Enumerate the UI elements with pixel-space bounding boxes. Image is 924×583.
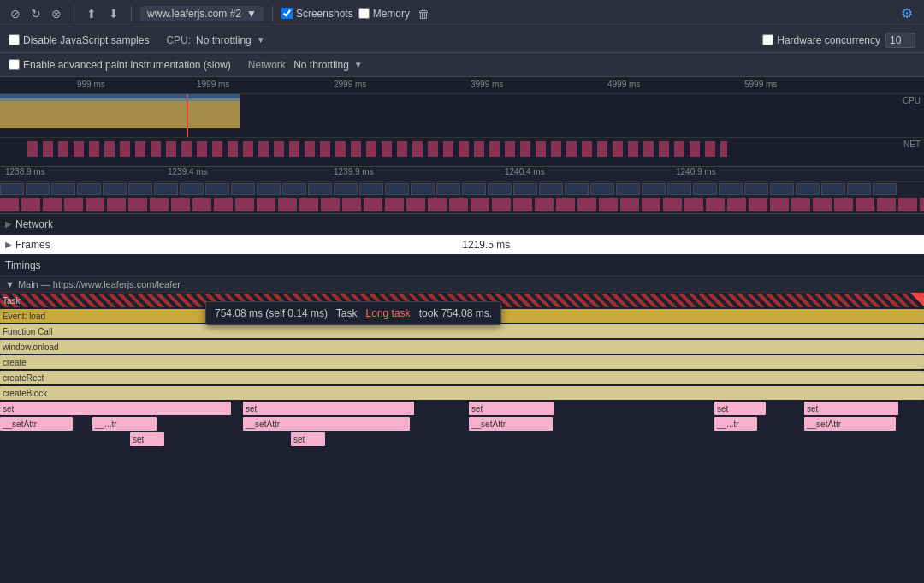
- frame-block: [590, 183, 614, 195]
- main-section-header: ▼ Main — https://www.leaferjs.com/leafer: [0, 276, 924, 293]
- set-bar-1[interactable]: set: [0, 402, 231, 415]
- set-label-1: set: [3, 404, 14, 413]
- setattr-label-2: __...tr: [95, 419, 117, 429]
- set-bar-3[interactable]: set: [469, 402, 554, 415]
- tick-3999: 3999 ms: [471, 80, 503, 89]
- setattr-bar-5[interactable]: __...tr: [714, 417, 757, 431]
- cancel-icon[interactable]: ⊗: [48, 5, 65, 22]
- set-label-4: set: [717, 404, 728, 413]
- timings-section-label: Timings: [5, 259, 41, 271]
- setattr-label-5: __...tr: [717, 419, 739, 429]
- setattr-row: __setAttr __...tr __setAttr __setAttr __…: [0, 416, 924, 431]
- set2-row: set set: [0, 431, 924, 447]
- nav-icons: ⊘ ↻ ⊗: [7, 5, 65, 22]
- setattr-bar-4[interactable]: __setAttr: [469, 417, 553, 431]
- advanced-paint-label[interactable]: Enable advanced paint instrumentation (s…: [9, 59, 231, 71]
- setattr-bar-1[interactable]: __setAttr: [0, 417, 73, 431]
- frame-block: [154, 183, 178, 195]
- hw-label[interactable]: Hardware concurrency: [762, 34, 880, 46]
- window-onload-label: window.onload: [3, 342, 59, 352]
- setattr-label-1: __setAttr: [3, 419, 37, 429]
- hw-checkbox[interactable]: [762, 34, 773, 45]
- set-bar-4[interactable]: set: [714, 402, 766, 415]
- tick-4999: 4999 ms: [607, 80, 640, 89]
- set-label-5: set: [807, 404, 818, 413]
- tooltip-link[interactable]: Long task: [366, 307, 411, 319]
- create-bar[interactable]: create: [0, 355, 924, 369]
- frame-block: [488, 183, 512, 195]
- create-row: create: [0, 354, 924, 370]
- main-section-arrow: ▼: [5, 279, 15, 289]
- set2-label-1: set: [133, 435, 144, 444]
- frame-block: [847, 183, 871, 195]
- set2-bar-2[interactable]: set: [291, 432, 325, 446]
- main-section-label: Main — https://www.leaferjs.com/leafer: [18, 279, 181, 289]
- memory-checkbox[interactable]: [358, 8, 370, 19]
- disable-js-label[interactable]: Disable JavaScript samples: [9, 34, 149, 46]
- hw-value-input[interactable]: [886, 33, 915, 48]
- frame-block: [873, 183, 897, 195]
- disable-js-text: Disable JavaScript samples: [23, 34, 149, 46]
- url-tab[interactable]: www.leaferjs.com #2 ▼: [140, 6, 264, 21]
- cpu-overview: CPU: [0, 94, 924, 137]
- frame-block: [565, 183, 589, 195]
- cpu-dropdown-arrow[interactable]: ▼: [257, 35, 265, 45]
- create-block-bar[interactable]: createBlock: [0, 386, 924, 400]
- window-onload-bar[interactable]: window.onload: [0, 340, 924, 354]
- gear-icon[interactable]: ⚙: [897, 3, 917, 24]
- delete-icon[interactable]: 🗑: [415, 5, 432, 22]
- create-rect-bar[interactable]: createRect: [0, 371, 924, 384]
- setattr-bar-3[interactable]: __setAttr: [243, 417, 410, 431]
- set2-bar-1[interactable]: set: [130, 432, 164, 446]
- frame-block: [693, 183, 717, 195]
- download-icon[interactable]: ⬇: [105, 5, 122, 22]
- set-label-2: set: [246, 404, 257, 413]
- memory-tab[interactable]: Memory: [358, 8, 410, 20]
- create-rect-label: createRect: [3, 373, 44, 383]
- setattr-bar-2[interactable]: __...tr: [92, 417, 157, 431]
- task-indicator: [910, 293, 924, 306]
- zoom-bars-area: [0, 182, 924, 214]
- separator2: [131, 6, 132, 21]
- net-overview-label: NET: [903, 140, 921, 149]
- network-label: Network:: [248, 59, 288, 71]
- frame-block: [26, 183, 50, 195]
- frame-block: [513, 183, 537, 195]
- advanced-paint-checkbox[interactable]: [9, 59, 20, 70]
- frame-block: [334, 183, 358, 195]
- frame-block: [642, 183, 666, 195]
- event-load-row: Event: load 754.08 ms (self 0.14 ms) Tas…: [0, 308, 924, 324]
- cpu-label: CPU:: [166, 34, 191, 46]
- tab-dropdown[interactable]: ▼: [246, 8, 257, 20]
- zoom-timeline[interactable]: 1238.9 ms 1239.4 ms 1239.9 ms 1240.4 ms …: [0, 167, 924, 214]
- disable-js-checkbox[interactable]: [9, 34, 20, 45]
- net-pattern: [26, 141, 727, 157]
- function-call-bar[interactable]: Function Call: [0, 324, 924, 338]
- cpu-group: CPU: No throttling ▼: [166, 34, 264, 46]
- frame-block: [539, 183, 563, 195]
- timings-section-row[interactable]: Timings: [0, 255, 924, 276]
- frames-section-label: Frames: [15, 239, 50, 251]
- tick-2999: 2999 ms: [334, 80, 366, 89]
- setattr-bar-6[interactable]: __setAttr: [804, 417, 896, 431]
- tooltip-text2: Task: [336, 307, 358, 319]
- network-dropdown-arrow[interactable]: ▼: [354, 60, 363, 69]
- reload-icon[interactable]: ↻: [27, 5, 44, 22]
- hw-text: Hardware concurrency: [777, 34, 880, 46]
- set-bar-5[interactable]: set: [804, 402, 898, 415]
- zoom-tick-2: 1239.9 ms: [334, 167, 374, 176]
- frame-block: [77, 183, 101, 195]
- separator: [74, 6, 74, 21]
- stop-icon[interactable]: ⊘: [7, 5, 24, 22]
- frame-block: [180, 183, 204, 195]
- upload-icon[interactable]: ⬆: [83, 5, 100, 22]
- network-section-row[interactable]: ▶ Network: [0, 214, 924, 235]
- screenshots-checkbox[interactable]: [281, 8, 293, 19]
- frames-section-row[interactable]: ▶ Frames 1219.5 ms: [0, 235, 924, 255]
- separator3: [272, 6, 273, 21]
- set-bar-2[interactable]: set: [243, 402, 414, 415]
- frame-block: [385, 183, 409, 195]
- screenshots-tab[interactable]: Screenshots: [281, 8, 353, 20]
- window-onload-row: window.onload: [0, 339, 924, 354]
- overview-timeline[interactable]: 999 ms 1999 ms 2999 ms 3999 ms 4999 ms 5…: [0, 77, 924, 167]
